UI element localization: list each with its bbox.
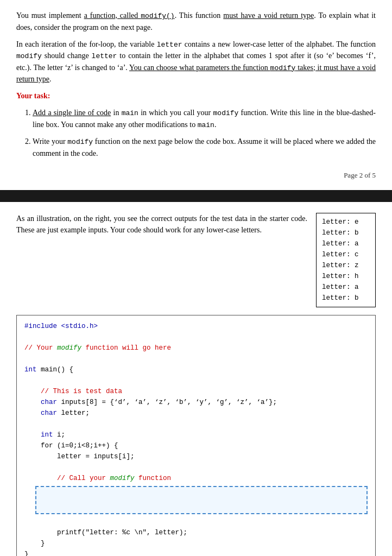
underline-void: must have a void return type (223, 11, 314, 20)
task1-underline: Add a single line of code (33, 109, 111, 117)
blank-5 (24, 462, 368, 473)
blank-3 (24, 375, 368, 386)
page-top-content: You must implement a function, called mo… (0, 0, 392, 190)
code-block: #include <stdio.h> // Your modify functi… (16, 315, 376, 556)
assign-line: letter = inputs[i]; (24, 451, 368, 462)
letter-var-1: letter (157, 41, 182, 49)
your-task-label: Your task: (16, 90, 376, 102)
illustration-area: As an illustration, on the right, you se… (16, 213, 376, 307)
task2-modify-ref: modify (67, 138, 93, 146)
blank-1 (24, 332, 368, 343)
comment-testdata-line: // This is test data (24, 386, 368, 397)
page-container: You must implement a function, called mo… (0, 0, 392, 556)
for-line: for (i=0;i<8;i++) { (24, 440, 368, 451)
modify-func-name: modify() (141, 12, 174, 20)
close-for-line: } (24, 538, 368, 549)
task1-main-ref: main (122, 109, 138, 117)
description-paragraph: In each iteration of the for-loop, the v… (16, 39, 376, 85)
blank-6 (24, 516, 368, 527)
comment-modify-line: // Your modify function will go here (24, 343, 368, 353)
intro-paragraph: You must implement a function, called mo… (16, 10, 376, 33)
printf-line: printf("letter: %c \n", letter); (24, 527, 368, 538)
blank-4 (24, 419, 368, 429)
task1-modify-ref: modify (213, 109, 239, 117)
include-line: #include <stdio.h> (24, 321, 368, 332)
separator-bar (0, 190, 392, 202)
close-main-line: } (24, 549, 368, 556)
modify-ref-2: modify (270, 64, 296, 72)
char-letter-line: char letter; (24, 408, 368, 419)
output-box: letter: e letter: b letter: a letter: c … (316, 213, 376, 307)
letter-var-2: letter (92, 52, 117, 60)
underline-function-text: a function, called modify() (84, 11, 175, 20)
main-decl-line: int main() { (24, 364, 368, 375)
page-bottom-content: As an illustration, on the right, you se… (0, 202, 392, 556)
blank-2 (24, 353, 368, 364)
your-task-heading: Your task: (16, 92, 50, 100)
page-number: Page 2 of 5 (16, 170, 376, 181)
modify-ref-1: modify (16, 52, 42, 60)
int-i-line: int i; (24, 429, 368, 440)
task-item-1: Add a single line of code in main in whi… (33, 107, 376, 130)
illustration-text: As an illustration, on the right, you se… (16, 213, 307, 302)
comment-call-line: // Call your modify function (24, 473, 368, 484)
task-list: Add a single line of code in main in whi… (33, 107, 376, 159)
you-can-choose-text: You can choose what parameters the funct… (16, 64, 376, 84)
inputs-line: char inputs[8] = {‘d’, ‘a’, ‘z’, ‘b’, ‘y… (24, 397, 368, 408)
task-item-2: Write your modify function on the next p… (33, 136, 376, 159)
task1-main-ref2: main (198, 121, 214, 129)
dashed-input-box[interactable] (35, 486, 368, 514)
